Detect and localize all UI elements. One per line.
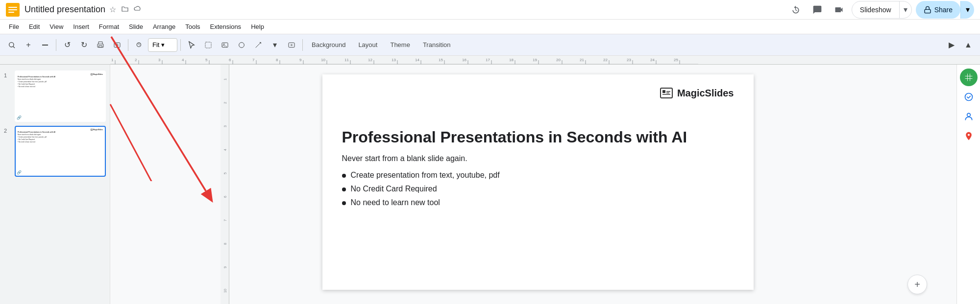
undo-button[interactable]: ↺ <box>59 37 75 53</box>
cursor-tool[interactable] <box>184 37 199 53</box>
svg-rect-84 <box>666 93 669 94</box>
svg-text:5: 5 <box>223 172 227 174</box>
shape-tool[interactable] <box>234 37 249 53</box>
camera-button[interactable] <box>830 1 848 19</box>
svg-text:20: 20 <box>556 58 561 62</box>
doc-title[interactable]: Untitled presentation <box>24 4 105 15</box>
sidebar-check-icon[interactable] <box>960 88 978 106</box>
svg-text:4: 4 <box>223 149 227 151</box>
star-icon[interactable]: ☆ <box>109 5 116 14</box>
slide-subtext[interactable]: Never start from a blank slide again. <box>342 154 734 163</box>
svg-text:8: 8 <box>276 58 278 62</box>
slide-bullet-1[interactable]: Create presentation from text, youtube, … <box>342 171 734 180</box>
print-button[interactable] <box>93 37 108 53</box>
redo-button[interactable]: ↻ <box>76 37 92 53</box>
svg-text:16: 16 <box>462 58 466 62</box>
svg-rect-83 <box>666 91 670 92</box>
canvas-area[interactable]: 1 2 3 4 5 6 7 8 9 10 <box>110 65 956 304</box>
menu-file[interactable]: File <box>4 21 24 32</box>
ruler-svg: 1 2 3 4 5 6 7 8 9 10 11 12 13 14 15 16 1… <box>110 56 698 64</box>
collapse-button[interactable]: ▲ <box>960 37 976 53</box>
title-bar: Untitled presentation ☆ Slideshow ▾ Shar… <box>0 0 980 20</box>
svg-text:11: 11 <box>344 58 349 62</box>
search-button[interactable] <box>4 37 20 53</box>
slide-item-1[interactable]: 1 🔲 MagicSlides Professional Presentatio… <box>0 69 110 124</box>
transition-button[interactable]: Transition <box>417 37 457 53</box>
theme-button[interactable]: Theme <box>384 37 416 53</box>
svg-text:7: 7 <box>252 58 255 62</box>
magic-slides-logo-icon <box>660 86 673 100</box>
menu-insert[interactable]: Insert <box>68 21 94 32</box>
highlighted-button[interactable] <box>109 37 125 53</box>
toolbar-divider-4 <box>302 39 303 51</box>
bullet-dot-1 <box>342 174 346 178</box>
share-dropdown[interactable]: ▾ <box>960 1 974 19</box>
slide-thumbnail-1[interactable]: 🔲 MagicSlides Professional Presentations… <box>15 70 106 122</box>
menu-help[interactable]: Help <box>246 21 269 32</box>
svg-rect-11 <box>205 42 211 48</box>
add-slide-button[interactable]: + <box>907 275 927 294</box>
svg-rect-3 <box>8 12 14 13</box>
svg-text:25: 25 <box>674 58 678 62</box>
bullet-dot-3 <box>342 201 346 205</box>
slideshow-main[interactable]: Slideshow <box>852 1 900 18</box>
svg-text:12: 12 <box>368 58 372 62</box>
svg-text:4: 4 <box>182 58 184 62</box>
layout-button[interactable]: Layout <box>352 37 383 53</box>
cloud-icon[interactable] <box>134 5 142 15</box>
comment-button[interactable] <box>808 1 826 19</box>
zoom-percent-button[interactable] <box>131 37 147 53</box>
svg-point-90 <box>965 94 972 101</box>
svg-text:21: 21 <box>580 58 584 62</box>
svg-text:22: 22 <box>603 58 608 62</box>
menu-bar: File Edit View Insert Format Slide Arran… <box>0 20 980 34</box>
slide-number-2: 2 <box>4 126 12 134</box>
svg-rect-85 <box>965 74 972 81</box>
svg-text:1: 1 <box>111 58 114 62</box>
zoom-out-button[interactable] <box>37 37 53 53</box>
canvas-logo-text: MagicSlides <box>677 88 734 99</box>
sidebar-user-icon[interactable] <box>960 108 978 125</box>
menu-extensions[interactable]: Extensions <box>205 21 246 32</box>
title-icons: ☆ <box>109 5 145 15</box>
play-button[interactable]: ▶ <box>944 37 959 53</box>
ruler: 1 2 3 4 5 6 7 8 9 10 11 12 13 14 15 16 1… <box>0 56 980 65</box>
slideshow-button[interactable]: Slideshow ▾ <box>852 1 912 19</box>
slideshow-dropdown[interactable]: ▾ <box>900 1 911 18</box>
textbox-tool[interactable] <box>284 37 299 53</box>
svg-text:24: 24 <box>650 58 655 62</box>
zoom-level[interactable]: Fit ▾ <box>148 38 177 52</box>
menu-format[interactable]: Format <box>94 21 124 32</box>
slide-heading[interactable]: Professional Presentations in Seconds wi… <box>342 128 734 146</box>
svg-text:18: 18 <box>509 58 514 62</box>
svg-text:6: 6 <box>229 58 231 62</box>
sidebar-maps-icon[interactable] <box>960 127 978 145</box>
menu-arrange[interactable]: Arrange <box>148 21 180 32</box>
menu-tools[interactable]: Tools <box>180 21 205 32</box>
bullet-text-2: No Credit Card Required <box>351 185 437 193</box>
line-tool[interactable] <box>250 37 266 53</box>
slide-canvas[interactable]: MagicSlides Professional Presentations i… <box>322 74 754 290</box>
svg-text:17: 17 <box>486 58 490 62</box>
slide-bullet-2[interactable]: No Credit Card Required <box>342 185 734 193</box>
sidebar-sheets-icon[interactable] <box>960 69 978 86</box>
menu-edit[interactable]: Edit <box>24 21 45 32</box>
slide-item-2[interactable]: 2 🔲 MagicSlides Professional Presentatio… <box>0 124 110 179</box>
bullet-text-1: Create presentation from text, youtube, … <box>351 171 500 180</box>
select-tool[interactable] <box>200 37 216 53</box>
app-logo <box>6 3 20 17</box>
share-button[interactable]: Share <box>916 1 960 19</box>
folder-icon[interactable] <box>121 5 129 15</box>
share-container: Share ▾ <box>916 1 974 19</box>
menu-slide[interactable]: Slide <box>124 21 148 32</box>
slide-thumbnail-2[interactable]: 🔲 MagicSlides Professional Presentations… <box>15 126 106 177</box>
image-tool[interactable] <box>217 37 233 53</box>
zoom-in-button[interactable]: + <box>21 37 36 53</box>
history-button[interactable] <box>787 1 805 19</box>
svg-text:2: 2 <box>135 58 137 62</box>
svg-text:13: 13 <box>392 58 396 62</box>
menu-view[interactable]: View <box>45 21 68 32</box>
slide-bullet-3[interactable]: No need to learn new tool <box>342 198 734 207</box>
background-button[interactable]: Background <box>306 37 351 53</box>
line-dropdown[interactable]: ▾ <box>267 37 283 53</box>
